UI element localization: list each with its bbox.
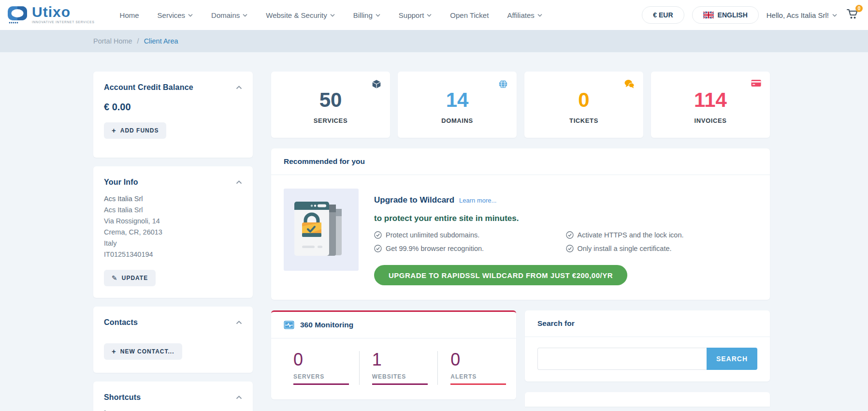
monitoring-panel: 360 Monitoring 0 SERVERS 1 WEBSITES 0 xyxy=(271,310,516,399)
sidebar: Account Credit Balance € 0.00 + ADD FUND… xyxy=(93,72,253,411)
credit-balance-panel: Account Credit Balance € 0.00 + ADD FUND… xyxy=(93,72,253,158)
logo-wordmark: Utixo xyxy=(32,5,95,19)
comments-icon xyxy=(624,79,635,88)
contacts-title: Contacts xyxy=(104,318,138,327)
breadcrumb: Portal Home / Client Area xyxy=(0,30,868,52)
check-circle-icon xyxy=(374,231,382,239)
search-button[interactable]: SEARCH xyxy=(707,348,757,370)
credit-card-icon xyxy=(751,79,761,87)
chevron-down-icon xyxy=(188,14,193,17)
stat-value: 114 xyxy=(651,72,770,110)
breadcrumb-client-area: Client Area xyxy=(144,37,178,45)
ssl-lock-illustration xyxy=(284,189,359,271)
monitoring-alerts: 0 ALERTS xyxy=(437,351,516,385)
nav-item-domains[interactable]: Domains xyxy=(211,11,247,19)
monitoring-title: 360 Monitoring xyxy=(300,321,353,329)
chevron-down-icon xyxy=(832,14,837,17)
update-info-button[interactable]: ✎ UPDATE xyxy=(104,270,156,286)
uk-flag-icon xyxy=(703,12,714,18)
recommended-title: Recommended for you xyxy=(284,157,365,166)
chevron-down-icon xyxy=(376,14,380,17)
address-line: Via Rossignoli, 14 xyxy=(104,216,242,227)
partial-panel xyxy=(525,392,770,407)
stat-value: 14 xyxy=(398,72,517,110)
address-line: Acs Italia Srl xyxy=(104,205,242,216)
offer-bullets: Protect unlimited subdomains. Get 99.9% … xyxy=(374,231,757,252)
nav-item-open-ticket[interactable]: Open Ticket xyxy=(450,11,489,19)
upgrade-wildcard-button[interactable]: UPGRADE TO RAPIDSSL WILDCARD FROM JUST €… xyxy=(374,265,627,285)
cart-badge: 0 xyxy=(855,5,863,12)
nav-item-services[interactable]: Services xyxy=(158,11,193,19)
client-address: Acs Italia Srl Acs Italia Srl Via Rossig… xyxy=(104,193,242,260)
alerts-label: ALERTS xyxy=(450,373,516,380)
monitoring-websites: 1 WEBSITES xyxy=(359,351,438,385)
shortcuts-panel: Shortcuts Order New Services xyxy=(93,382,253,411)
nav-item-billing[interactable]: Billing xyxy=(353,11,380,19)
learn-more-link[interactable]: Learn more... xyxy=(459,197,496,204)
stat-value: 0 xyxy=(524,72,643,110)
monitoring-icon xyxy=(284,321,294,329)
nav-item-website-security[interactable]: Website & Security xyxy=(266,11,334,19)
nav-item-affiliates[interactable]: Affiliates xyxy=(507,11,542,19)
address-line: Crema, CR, 26013 xyxy=(104,227,242,238)
main-nav: Home Services Domains Website & Security… xyxy=(120,11,542,19)
new-contact-button[interactable]: + NEW CONTACT... xyxy=(104,343,182,360)
chevron-up-icon[interactable] xyxy=(236,321,242,324)
stat-label: INVOICES xyxy=(651,117,770,124)
bullet-item: Protect unlimited subdomains. xyxy=(374,231,566,239)
check-circle-icon xyxy=(374,245,382,252)
search-title: Search for xyxy=(537,319,575,328)
language-button[interactable]: ENGLISH xyxy=(692,6,759,24)
websites-label: WEBSITES xyxy=(372,373,438,380)
credit-balance-title: Account Credit Balance xyxy=(104,83,193,92)
stat-label: SERVICES xyxy=(271,117,390,124)
contacts-panel: Contacts + NEW CONTACT... xyxy=(93,307,253,373)
globe-icon xyxy=(498,79,508,89)
stat-card-invoices[interactable]: 114 INVOICES xyxy=(651,72,770,138)
currency-button[interactable]: € EUR xyxy=(642,6,684,24)
utixo-logo[interactable]: Utixo INNOVATIVE INTERNET SERVICES xyxy=(7,5,95,25)
chevron-down-icon xyxy=(330,14,335,17)
websites-count: 1 xyxy=(372,351,438,368)
alerts-count: 0 xyxy=(450,351,516,368)
chevron-up-icon[interactable] xyxy=(236,396,242,399)
add-funds-button[interactable]: + ADD FUNDS xyxy=(104,122,166,139)
alerts-underline xyxy=(450,383,506,385)
breadcrumb-separator: / xyxy=(137,37,139,45)
address-line: IT01251340194 xyxy=(104,249,242,260)
chevron-down-icon xyxy=(537,14,542,17)
check-circle-icon xyxy=(566,245,574,252)
topbar-right: € EUR ENGLISH Hello, Acs Italia Srl! xyxy=(642,6,858,24)
main-column: 50 SERVICES 14 DOMAINS 0 TICKETS xyxy=(271,72,770,407)
cart-button[interactable]: 0 xyxy=(847,9,858,21)
utixo-logo-icon xyxy=(7,5,28,25)
chevron-down-icon xyxy=(427,14,432,17)
bullet-item: Get 99.9% browser recognition. xyxy=(374,245,566,252)
offer-subtitle: to protect your entire site in minutes. xyxy=(374,214,757,223)
address-line: Italy xyxy=(104,238,242,249)
bottom-row: 360 Monitoring 0 SERVERS 1 WEBSITES 0 xyxy=(271,310,770,407)
page-content: Account Credit Balance € 0.00 + ADD FUND… xyxy=(0,52,868,411)
logo-tagline: INNOVATIVE INTERNET SERVICES xyxy=(32,21,95,24)
check-circle-icon xyxy=(566,231,574,239)
shortcuts-title: Shortcuts xyxy=(104,393,141,402)
chevron-up-icon[interactable] xyxy=(236,180,242,184)
websites-underline xyxy=(372,383,428,385)
stat-label: DOMAINS xyxy=(398,117,517,124)
chevron-up-icon[interactable] xyxy=(236,86,242,89)
breadcrumb-portal-home[interactable]: Portal Home xyxy=(93,37,132,45)
nav-item-home[interactable]: Home xyxy=(120,11,139,19)
box-icon xyxy=(372,79,381,89)
stat-card-services[interactable]: 50 SERVICES xyxy=(271,72,390,138)
search-input[interactable] xyxy=(537,348,707,370)
search-panel: Search for SEARCH xyxy=(525,310,770,382)
stat-card-domains[interactable]: 14 DOMAINS xyxy=(398,72,517,138)
nav-item-support[interactable]: Support xyxy=(399,11,432,19)
monitoring-stats: 0 SERVERS 1 WEBSITES 0 ALERTS xyxy=(271,338,516,399)
stats-row: 50 SERVICES 14 DOMAINS 0 TICKETS xyxy=(271,72,770,138)
stat-label: TICKETS xyxy=(524,117,643,124)
stat-card-tickets[interactable]: 0 TICKETS xyxy=(524,72,643,138)
your-info-panel: Your Info Acs Italia Srl Acs Italia Srl … xyxy=(93,166,253,298)
bullet-item: Only install a single certificate. xyxy=(566,245,758,252)
account-menu[interactable]: Hello, Acs Italia Srl! xyxy=(767,11,837,19)
